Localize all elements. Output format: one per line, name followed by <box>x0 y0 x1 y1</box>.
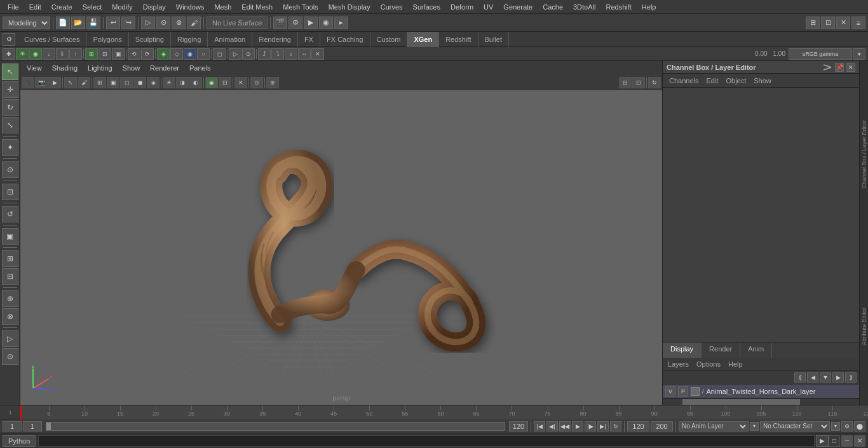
menu-generate[interactable]: Generate <box>498 2 538 12</box>
vp-loop-icon[interactable]: ↻ <box>648 77 661 88</box>
layer-scrollbar[interactable] <box>663 398 859 405</box>
tool-btn-18[interactable]: ▷ <box>2 330 18 347</box>
tool-icon-9[interactable]: ▣ <box>112 48 125 60</box>
menu-edit-mesh[interactable]: Edit Mesh <box>236 2 278 12</box>
tab-fx[interactable]: FX <box>298 32 320 47</box>
tool-icon-4[interactable]: ↓ <box>43 48 55 60</box>
channel-box-close-btn[interactable]: ✕ <box>846 63 855 72</box>
vp-menu-lighting[interactable]: Lighting <box>84 63 116 73</box>
vp-gate-icon[interactable]: ⊟ <box>619 77 632 88</box>
vp-hud-icon[interactable]: ⊕ <box>266 77 279 88</box>
vp-snap-icon[interactable]: ⊡ <box>632 77 645 88</box>
timeline-ruler[interactable]: 1510152025303540455055606570758085909510… <box>20 405 868 419</box>
layer-visibility-toggle[interactable]: V <box>665 386 675 397</box>
no-live-surface-btn[interactable]: No Live Surface <box>207 17 268 29</box>
vp-wire-icon[interactable]: ▣ <box>107 77 119 88</box>
channels-menu[interactable]: Channels <box>667 76 701 86</box>
menu-mesh[interactable]: Mesh <box>209 2 236 12</box>
vp-anim-icon[interactable]: ▶ <box>48 77 61 88</box>
menu-select[interactable]: Select <box>78 2 107 12</box>
layer-arrow-left[interactable]: ◀ <box>807 372 818 383</box>
range-start-field[interactable] <box>627 421 649 431</box>
current-frame-start[interactable] <box>3 421 22 431</box>
vp-cam-icon2[interactable]: 📷 <box>35 77 48 88</box>
tool-icon-23[interactable]: ✕ <box>311 48 324 60</box>
toggle-icon[interactable]: ◉ <box>319 17 333 29</box>
universal-manip-btn[interactable]: ✦ <box>2 139 18 156</box>
layers-option[interactable]: Layers <box>665 360 691 369</box>
layer-arrow-left-end[interactable]: ⟪ <box>794 372 806 383</box>
python-input-field[interactable] <box>38 435 815 447</box>
layer-arrow-right-end[interactable]: ⟫ <box>845 372 857 383</box>
tool-icon-2[interactable]: 👁 <box>16 48 29 60</box>
tool-icon-8[interactable]: ⊡ <box>98 48 111 60</box>
character-set-arrow[interactable]: ▾ <box>831 422 840 431</box>
layer-tab-render[interactable]: Render <box>702 343 740 358</box>
colorspace-dropdown[interactable]: ▾ <box>853 48 865 60</box>
go-to-start-btn[interactable]: |◀ <box>534 421 545 431</box>
tool-btn-14[interactable]: ⊞ <box>2 250 18 267</box>
tool-icon-5[interactable]: ⇩ <box>56 48 69 60</box>
vp-poly-icon[interactable]: ◼ <box>133 77 146 88</box>
tab-animation[interactable]: Animation <box>208 32 252 47</box>
tool-icon-15[interactable]: ○ <box>197 48 210 60</box>
select-icon[interactable]: ▷ <box>141 17 155 29</box>
channel-box-tab-label[interactable]: Channel Box / Layer Editor <box>860 115 868 194</box>
vp-grid-icon[interactable]: ⊞ <box>93 77 106 88</box>
tool-icon-20[interactable]: ⤵ <box>271 48 284 60</box>
tab-fx-caching[interactable]: FX Caching <box>320 32 370 47</box>
tab-custom[interactable]: Custom <box>370 32 408 47</box>
tool-icon-19[interactable]: ⤴ <box>258 48 271 60</box>
tool-btn-15[interactable]: ⊟ <box>2 268 18 285</box>
vp-camera-icon[interactable]: 🎥 <box>22 77 34 88</box>
vp-paint-icon[interactable]: 🖌 <box>78 77 90 88</box>
loop-btn[interactable]: ↻ <box>610 421 621 431</box>
tool-icon-6[interactable]: ↑ <box>69 48 82 60</box>
tab-polygons[interactable]: Polygons <box>86 32 128 47</box>
menu-mesh-tools[interactable]: Mesh Tools <box>278 2 323 12</box>
current-frame-field[interactable] <box>23 421 42 431</box>
vp-select-icon[interactable]: ↖ <box>64 77 77 88</box>
viewport-area[interactable]: View Shading Lighting Show Renderer Pane… <box>20 61 662 405</box>
options-option[interactable]: Options <box>694 360 723 369</box>
menu-mesh-display[interactable]: Mesh Display <box>323 2 376 12</box>
tool-btn-17[interactable]: ⊗ <box>2 308 18 325</box>
region-select-btn[interactable]: ▣ <box>2 228 18 245</box>
object-menu[interactable]: Object <box>723 76 749 86</box>
end-frame-field[interactable] <box>509 421 528 431</box>
range-end-field[interactable] <box>651 421 673 431</box>
tool-icon-7[interactable]: ⊞ <box>85 48 98 60</box>
menu-3dtall[interactable]: 3DtoAll <box>568 2 600 12</box>
vp-isolate-icon[interactable]: ⊙ <box>250 77 263 88</box>
lasso-select-btn[interactable]: ⊡ <box>2 184 18 200</box>
menu-help[interactable]: Help <box>637 2 661 12</box>
tool-icon-10[interactable]: ⟲ <box>128 48 140 60</box>
move-tool-btn[interactable]: ✛ <box>2 81 18 98</box>
menu-curves[interactable]: Curves <box>376 2 408 12</box>
menu-redshift[interactable]: Redshift <box>600 2 636 12</box>
help-option[interactable]: Help <box>726 360 745 369</box>
layer-tab-anim[interactable]: Anim <box>740 343 772 358</box>
vp-menu-shading[interactable]: Shading <box>48 63 81 73</box>
tool-icon-18[interactable]: ⊙ <box>242 48 255 60</box>
xray-icon[interactable]: ✕ <box>836 17 850 29</box>
menu-edit[interactable]: Edit <box>24 2 46 12</box>
tool-btn-19[interactable]: ⊙ <box>2 348 18 365</box>
tab-rendering[interactable]: Rendering <box>252 32 298 47</box>
vp-xray-icon[interactable]: ✕ <box>234 77 247 88</box>
new-file-icon[interactable]: 📄 <box>56 17 70 29</box>
channel-box-pin-btn[interactable]: 📌 <box>835 63 844 72</box>
soft-select-btn[interactable]: ⊙ <box>2 161 18 178</box>
snap-icon[interactable]: ⊡ <box>821 17 835 29</box>
menu-windows[interactable]: Windows <box>171 2 210 12</box>
layer-scrollbar-thumb[interactable] <box>682 399 800 405</box>
key-settings-btn[interactable]: ⚙ <box>841 421 853 431</box>
vp-menu-view[interactable]: View <box>23 63 46 73</box>
layer-arrow-down[interactable]: ▼ <box>820 372 831 383</box>
save-file-icon[interactable]: 💾 <box>86 17 100 29</box>
render-settings-icon[interactable]: ⚙ <box>288 17 302 29</box>
vp-ao-icon[interactable]: ◐ <box>189 77 202 88</box>
anim-layer-arrow[interactable]: ▾ <box>750 422 759 431</box>
colorspace-select[interactable]: sRGB gamma <box>789 48 852 60</box>
tab-rigging[interactable]: Rigging <box>171 32 208 47</box>
